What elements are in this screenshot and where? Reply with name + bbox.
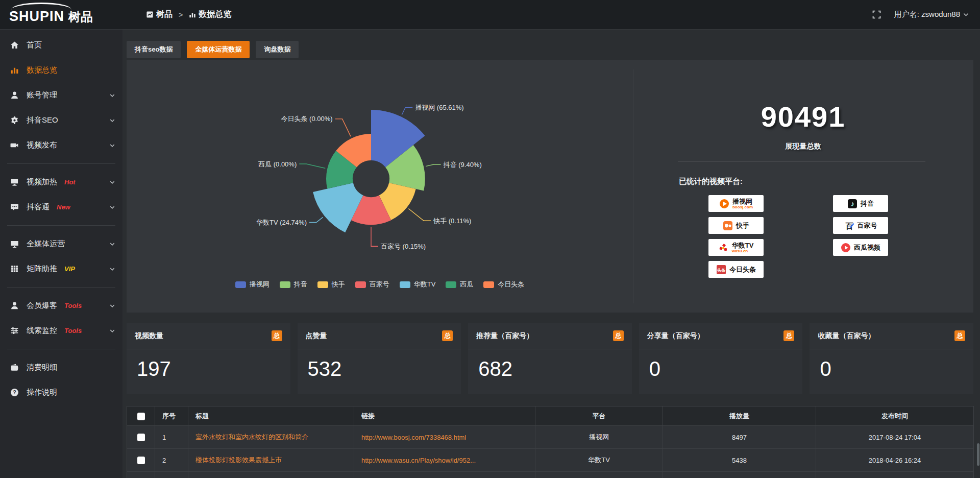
pie-label-今日头条: 今日头条 (0.00%) [281, 115, 332, 123]
sidebar-item-video-heat[interactable]: 视频加热Hot [0, 170, 122, 195]
fullscreen-icon[interactable] [872, 10, 881, 19]
sidebar-item-label: 抖客通 [27, 202, 50, 212]
overview-panel: 播视网 (65.61%)抖音 (9.40%)快手 (0.11%)百家号 (0.1… [127, 60, 973, 313]
sidebar-item-badge: New [57, 203, 70, 211]
stat-card-label: 点赞量 [306, 331, 327, 341]
sidebar-item-seo-gear[interactable]: 抖音SEO [0, 108, 122, 133]
breadcrumb-current[interactable]: 数据总览 [189, 9, 231, 20]
table-header-row: 序号标题链接平台播放量发布时间 [127, 407, 974, 426]
stat-cards-row: 视频数量总197点赞量总532推荐量（百家号）总682分享量（百家号）总0收藏量… [127, 323, 973, 394]
sidebar-item-help[interactable]: ?操作说明 [0, 380, 122, 405]
sidebar-item-media-ops[interactable]: 全媒体运营 [0, 231, 122, 256]
dashboard-app: SHUPIN 树品 树品 > 数据总览 用户名: zswodun88 首页数 [0, 0, 980, 478]
column-header-4: 平台 [535, 407, 663, 426]
platform-badge-华数TV: 华数TVwasu.cn [708, 239, 764, 256]
data-overview-icon [10, 66, 19, 75]
legend-label: 华数TV [414, 280, 436, 289]
scrollbar-thumb[interactable] [977, 443, 979, 466]
legend-item-抖音[interactable]: 抖音 [280, 280, 307, 289]
baijiahao-icon: 百 [844, 221, 854, 231]
stat-card-label: 分享量（百家号） [647, 331, 704, 341]
home-icon [10, 41, 19, 50]
column-header-6: 发布时间 [816, 407, 974, 426]
sidebar-item-badge: Tools [64, 327, 82, 334]
legend-item-西瓜[interactable]: 西瓜 [446, 280, 473, 289]
total-impressions-label: 展现量总数 [633, 142, 973, 151]
legend-swatch [446, 281, 456, 288]
sidebar-item-video-publish[interactable]: 视频发布 [0, 133, 122, 158]
platform-column-1: 播视网boosj.com快手华数TVwasu.cn头条今日头条 [708, 195, 764, 278]
member-icon [10, 301, 19, 310]
sidebar-item-expense[interactable]: 消费明细 [0, 355, 122, 380]
stat-card-header: 分享量（百家号）总 [639, 323, 803, 349]
breadcrumb-current-label: 数据总览 [199, 9, 231, 20]
legend-item-今日头条[interactable]: 今日头条 [483, 280, 524, 289]
sidebar-item-clue-monitor[interactable]: 线索监控Tools [0, 318, 122, 343]
sidebar-item-home[interactable]: 首页 [0, 33, 122, 58]
logo-text: SHUPIN [9, 9, 64, 25]
sidebar-item-member[interactable]: 会员爆客Tools [0, 293, 122, 318]
sidebar-item-label: 全媒体运营 [27, 239, 65, 249]
video-heat-icon [10, 178, 19, 186]
cell-link[interactable]: http://www.wasu.cn/Play/show/id/952... [354, 449, 535, 472]
platforms-label: 已统计的视频平台: [679, 177, 743, 186]
toutiao-icon: 头条 [716, 265, 726, 275]
cell-link[interactable]: http://www.boosj.com/7338468.html [354, 426, 535, 449]
platform-name: 抖音 [861, 200, 874, 207]
cell-title[interactable]: 室外水纹灯和室内水纹灯的区别和简介 [188, 426, 354, 449]
platform-badge-西瓜视频: 西瓜视频 [833, 239, 888, 256]
topbar-right: 用户名: zswodun88 [872, 10, 980, 19]
select-all-checkbox[interactable] [137, 413, 145, 420]
cell-title[interactable]: 楼体投影灯投影效果震撼上市 [188, 449, 354, 472]
stat-card-label: 推荐量（百家号） [476, 331, 533, 341]
chart-legend: 播视网抖音快手百家号华数TV西瓜今日头条 [127, 280, 633, 289]
breadcrumb-root[interactable]: 树品 [146, 9, 173, 20]
stat-card-value: 682 [468, 349, 632, 389]
platform-badge-今日头条: 头条今日头条 [708, 261, 764, 278]
legend-item-快手[interactable]: 快手 [317, 280, 345, 289]
sidebar-item-matrix-boost[interactable]: 矩阵助推VIP [0, 256, 122, 281]
pie-label-华数TV: 华数TV (24.74%) [256, 219, 307, 226]
douyin-icon: ♪♪ [847, 199, 857, 209]
stat-card-3: 推荐量（百家号）总682 [468, 323, 632, 394]
legend-item-华数TV[interactable]: 华数TV [400, 280, 436, 289]
stat-card-1: 视频数量总197 [127, 323, 290, 394]
sidebar-item-data-overview[interactable]: 数据总览 [0, 58, 122, 83]
tab-3[interactable]: 询盘数据 [256, 41, 299, 58]
svg-text:♪: ♪ [851, 200, 854, 207]
expense-icon [10, 363, 19, 372]
wasu-icon [719, 243, 729, 253]
username[interactable]: 用户名: zswodun88 [894, 10, 969, 19]
legend-swatch [235, 281, 246, 288]
logo-arc [11, 3, 71, 10]
xigua-icon [841, 243, 851, 253]
douketong-icon [10, 203, 19, 211]
stat-card-label: 视频数量 [135, 331, 163, 341]
sidebar-item-label: 操作说明 [27, 388, 57, 397]
clue-monitor-icon [10, 326, 19, 335]
stat-card-value: 197 [127, 349, 290, 389]
column-header-5: 播放量 [663, 407, 816, 426]
help-icon: ? [10, 388, 19, 397]
pie-slice-华数TV[interactable] [313, 183, 363, 232]
legend-item-百家号[interactable]: 百家号 [355, 280, 389, 289]
matrix-boost-icon [10, 265, 19, 273]
pie-label-line [299, 164, 325, 168]
row-checkbox[interactable] [137, 434, 145, 441]
sidebar-item-account[interactable]: 账号管理 [0, 83, 122, 108]
pie-label-百家号: 百家号 (0.15%) [381, 243, 426, 250]
breadcrumb-separator: > [179, 11, 183, 19]
column-header-1: 序号 [155, 407, 188, 426]
row-checkbox[interactable] [137, 457, 145, 464]
chevron-down-icon [109, 328, 115, 334]
legend-item-播视网[interactable]: 播视网 [235, 280, 270, 289]
tab-2[interactable]: 全媒体运营数据 [187, 41, 250, 58]
sidebar-item-label: 线索监控 [27, 326, 57, 336]
tab-1[interactable]: 抖音seo数据 [127, 41, 181, 58]
rose-pie-chart: 播视网 (65.61%)抖音 (9.40%)快手 (0.11%)百家号 (0.1… [127, 60, 633, 313]
total-badge: 总 [954, 330, 965, 341]
stat-card-header: 点赞量总 [298, 323, 461, 349]
header-checkbox-cell [127, 407, 155, 426]
platform-badge-百家号: 百百家号 [833, 217, 888, 234]
sidebar-item-douketong[interactable]: 抖客通New [0, 195, 122, 220]
